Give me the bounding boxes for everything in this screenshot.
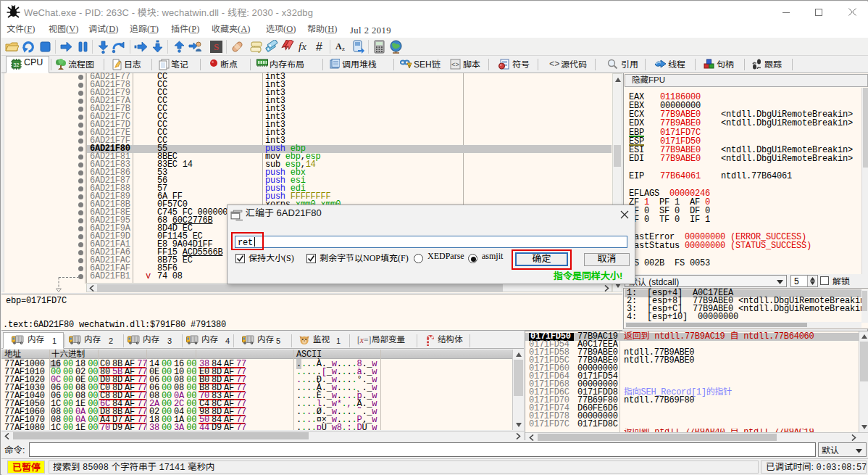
svg-text:S: S [214,41,219,52]
svg-text:32: 32 [14,62,20,67]
svg-text:z: z [342,45,345,52]
svg-text:<>: <> [451,62,459,69]
svg-text:!: ! [409,64,410,68]
svg-text:fx: fx [299,41,306,52]
svg-text:<>: <> [549,59,559,68]
svg-text:#: # [316,41,322,53]
svg-text:A: A [335,41,342,51]
